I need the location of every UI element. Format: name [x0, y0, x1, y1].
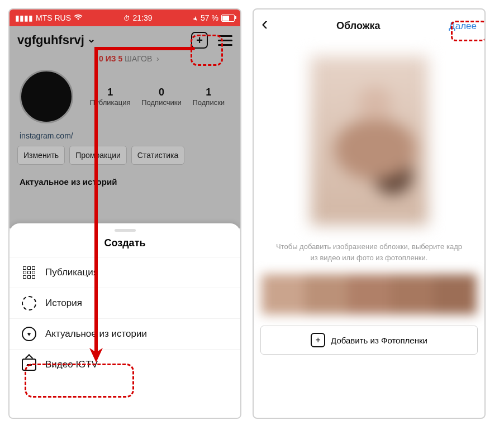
story-icon — [22, 296, 36, 310]
sheet-item-label: История — [45, 298, 82, 309]
create-bottom-sheet: Создать Публикация История ♥ Актуальное … — [9, 223, 240, 418]
add-from-camera-roll-button[interactable]: + Добавить из Фотопленки — [260, 326, 478, 355]
sheet-item-highlight[interactable]: ♥ Актуальное из истории — [9, 318, 240, 349]
igtv-icon — [22, 357, 36, 372]
cover-hint: Чтобы добавить изображение обложки, выбе… — [254, 226, 484, 271]
edit-profile-button[interactable]: Изменить — [17, 146, 65, 165]
setup-steps[interactable]: 0 ИЗ 5 ШАГОВ › — [9, 52, 240, 65]
video-frames-strip[interactable] — [261, 274, 477, 314]
plus-icon: + — [311, 333, 325, 347]
signal-icon: ▮▮▮▮ — [15, 13, 33, 22]
profile-area: vgfguhfsrvj + 0 ИЗ 5 ШАГОВ › — [9, 26, 240, 228]
chevron-right-icon: › — [154, 54, 159, 63]
location-icon — [193, 13, 198, 22]
status-time: 21:39 — [133, 13, 153, 22]
carrier-label: MTS RUS — [36, 13, 71, 22]
battery-percent: 57 % — [201, 13, 218, 22]
alarm-icon — [123, 13, 130, 22]
sheet-item-story[interactable]: История — [9, 288, 240, 318]
status-bar: ▮▮▮▮ MTS RUS 21:39 57 % — [9, 9, 240, 26]
grid-icon — [22, 265, 36, 280]
battery-icon — [221, 15, 235, 22]
phone-left-profile: ▮▮▮▮ MTS RUS 21:39 57 % vgfguhfsrvj — [8, 8, 241, 419]
add-button-label: Добавить из Фотопленки — [331, 336, 427, 345]
sheet-title: Создать — [9, 234, 240, 257]
bio-link[interactable]: instagram.com/ — [9, 128, 240, 146]
stat-posts[interactable]: 1 Публикация — [90, 87, 131, 107]
menu-button[interactable] — [218, 35, 232, 46]
avatar[interactable] — [20, 70, 73, 123]
sheet-item-igtv[interactable]: Видео IGTV — [9, 349, 240, 380]
next-button[interactable]: Далее — [449, 21, 477, 32]
sheet-item-post[interactable]: Публикация — [9, 257, 240, 288]
stat-following[interactable]: 1 Подписки — [193, 87, 225, 107]
sheet-item-label: Публикация — [45, 267, 98, 278]
promotions-button[interactable]: Промоакции — [69, 146, 127, 165]
wifi-icon — [74, 13, 83, 22]
sheet-handle[interactable] — [115, 229, 136, 232]
stat-followers[interactable]: 0 Подписчики — [141, 87, 182, 107]
phone-right-cover: Обложка Далее Чтобы добавить изображение… — [253, 8, 486, 419]
username: vgfguhfsrvj — [17, 33, 84, 47]
plus-icon: + — [196, 35, 203, 46]
page-title: Обложка — [336, 20, 380, 32]
highlight-icon: ♥ — [22, 327, 36, 341]
statistics-button[interactable]: Статистика — [131, 146, 185, 165]
chevron-down-icon — [87, 33, 96, 47]
cover-preview — [310, 56, 429, 226]
username-dropdown[interactable]: vgfguhfsrvj — [17, 33, 96, 47]
sheet-item-label: Видео IGTV — [45, 359, 98, 370]
back-button[interactable] — [261, 20, 268, 32]
highlights-label: Актуальное из историй — [9, 171, 240, 192]
sheet-item-label: Актуальное из истории — [45, 328, 147, 340]
create-button[interactable]: + — [191, 32, 208, 49]
